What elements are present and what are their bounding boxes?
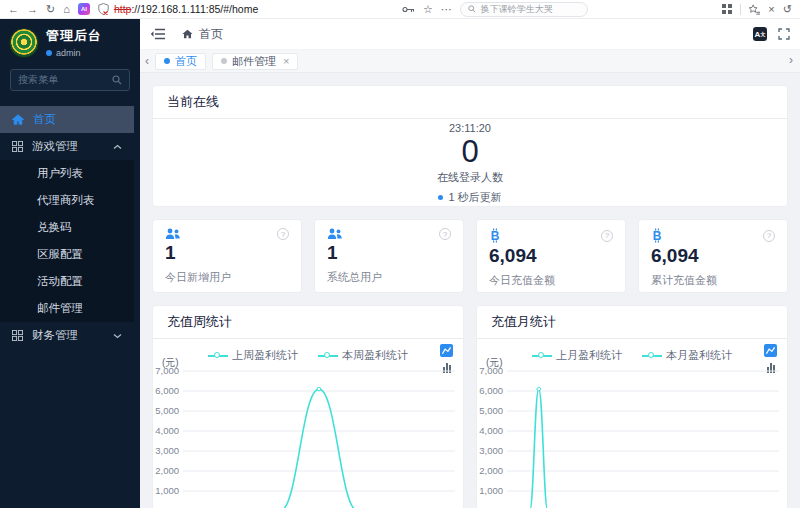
close-tool-icon[interactable]: × — [768, 4, 774, 15]
bookmark-star-icon[interactable]: ☆ — [423, 4, 433, 15]
extension-ai-icon[interactable]: AI — [78, 3, 90, 15]
search-icon — [112, 75, 122, 85]
refresh-icon[interactable]: ↻ — [46, 4, 55, 15]
stat-value: 6,094 — [651, 245, 775, 267]
menu-search-input[interactable]: 搜索菜单 — [10, 69, 130, 91]
weekly-recharge-chart-card: 充值周统计 上周盈利统计 本周盈利统计 — [152, 305, 464, 508]
svg-text:7,000: 7,000 — [155, 365, 179, 376]
chart-legend: 上周盈利统计 本周盈利统计 — [153, 348, 463, 363]
svg-text:4,000: 4,000 — [155, 425, 179, 436]
home-icon — [182, 29, 193, 39]
sidebar-menu: 首页 游戏管理 用户列表 代理商列表 兑换码 区服配置 活动配置 — [0, 106, 134, 349]
refresh-countdown: 1 秒后更新 — [153, 190, 787, 205]
fullscreen-icon[interactable] — [778, 28, 790, 40]
toolbar-divider — [740, 4, 741, 15]
sidebar-item-redeem-code[interactable]: 兑换码 — [0, 214, 134, 241]
online-card: 当前在线 23:11:20 0 在线登录人数 1 秒后更新 — [152, 85, 788, 207]
game-submenu: 用户列表 代理商列表 兑换码 区服配置 活动配置 邮件管理 — [0, 160, 134, 322]
undo-icon[interactable]: ↺ — [783, 4, 792, 15]
app-logo — [9, 28, 39, 58]
chart-title: 充值月统计 — [477, 306, 787, 339]
line-chart-toggle-icon[interactable] — [440, 344, 453, 357]
stat-label: 累计充值金额 — [651, 273, 775, 288]
apps-grid-icon[interactable] — [722, 4, 732, 14]
monthly-line-chart[interactable]: 7,0006,0005,0004,0003,0002,0001,0000 — [477, 365, 787, 508]
grid-icon — [12, 141, 23, 152]
svg-text:1,000: 1,000 — [155, 485, 179, 496]
legend-this-week[interactable]: 本周盈利统计 — [318, 348, 408, 363]
legend-marker — [318, 352, 338, 360]
stat-card-today-recharge: B ? 6,094 今日充值金额 — [476, 219, 626, 293]
sidebar-item-game[interactable]: 游戏管理 — [0, 133, 134, 160]
password-key-icon[interactable] — [402, 6, 415, 13]
sidebar-item-finance[interactable]: 财务管理 — [0, 322, 134, 349]
sidebar-item-activity-config[interactable]: 活动配置 — [0, 268, 134, 295]
app-title: 管理后台 — [46, 27, 102, 45]
username: admin — [56, 48, 81, 58]
browser-chrome: ← → ↻ ⌂ AI http://192.168.1.111:85/#/hom… — [0, 0, 800, 19]
favorites-edit-icon[interactable] — [749, 4, 760, 15]
home-icon — [12, 114, 24, 125]
tab-mail-manage[interactable]: 邮件管理 × — [212, 53, 298, 70]
stat-card-total-recharge: B ? 6,094 累计充值金额 — [638, 219, 788, 293]
svg-text:5,000: 5,000 — [479, 405, 503, 416]
sidebar-item-home[interactable]: 首页 — [0, 106, 134, 133]
browser-search-box[interactable]: 换下课铃学生大哭 — [460, 2, 588, 17]
help-icon[interactable]: ? — [601, 230, 613, 242]
forward-icon[interactable]: → — [27, 4, 38, 15]
stat-value: 1 — [327, 242, 451, 264]
refresh-dot — [438, 195, 443, 200]
help-icon[interactable]: ? — [763, 230, 775, 242]
help-icon[interactable]: ? — [439, 228, 451, 240]
sidebar-item-user-list[interactable]: 用户列表 — [0, 160, 134, 187]
svg-text:5,000: 5,000 — [155, 405, 179, 416]
search-icon — [468, 5, 476, 13]
stat-value: 1 — [165, 242, 289, 264]
tab-bar: ‹ 首页 邮件管理 × › — [140, 50, 800, 73]
svg-text:4,000: 4,000 — [479, 425, 503, 436]
monthly-recharge-chart-card: 充值月统计 上月盈利统计 本月盈利统计 — [476, 305, 788, 508]
legend-last-week[interactable]: 上周盈利统计 — [208, 348, 298, 363]
more-menu-icon[interactable]: ⋯ — [441, 4, 452, 15]
language-icon[interactable]: A文 — [753, 27, 767, 41]
top-header: 首页 A文 — [140, 19, 800, 50]
browser-home-icon[interactable]: ⌂ — [63, 4, 70, 15]
search-suggestion-text: 换下课铃学生大哭 — [481, 3, 553, 16]
stat-card-new-users: ? 1 今日新增用户 — [152, 219, 302, 293]
legend-last-month[interactable]: 上月盈利统计 — [532, 348, 622, 363]
page-content: 当前在线 23:11:20 0 在线登录人数 1 秒后更新 — [140, 73, 800, 508]
svg-text:B: B — [653, 229, 662, 243]
breadcrumb[interactable]: 首页 — [182, 26, 223, 43]
weekly-line-chart[interactable]: 7,0006,0005,0004,0003,0002,0001,0000 — [153, 365, 463, 508]
tabs-scroll-left-icon[interactable]: ‹ — [145, 55, 149, 67]
collapse-sidebar-icon[interactable] — [150, 28, 166, 40]
online-count: 0 — [153, 134, 787, 170]
tab-home[interactable]: 首页 — [155, 53, 206, 70]
users-icon — [165, 228, 181, 240]
sidebar-item-agent-list[interactable]: 代理商列表 — [0, 187, 134, 214]
svg-text:2,000: 2,000 — [155, 465, 179, 476]
tabs-scroll-right-icon[interactable]: › — [789, 54, 793, 66]
stat-label: 系统总用户 — [327, 270, 451, 285]
grid-icon — [12, 330, 23, 341]
svg-text:7,000: 7,000 — [479, 365, 503, 376]
bitcoin-icon: B — [489, 228, 501, 243]
line-chart-toggle-icon[interactable] — [764, 344, 777, 357]
legend-this-month[interactable]: 本月盈利统计 — [642, 348, 732, 363]
url-text: http://192.168.1.111:85/#/home — [114, 3, 258, 15]
back-icon[interactable]: ← — [8, 4, 19, 15]
online-card-title: 当前在线 — [153, 86, 787, 119]
tab-dot — [164, 58, 170, 64]
sidebar-item-server-config[interactable]: 区服配置 — [0, 241, 134, 268]
tab-close-icon[interactable]: × — [283, 55, 289, 67]
help-icon[interactable]: ? — [277, 228, 289, 240]
online-time: 23:11:20 — [153, 122, 787, 134]
address-bar[interactable]: http://192.168.1.111:85/#/home — [98, 3, 394, 15]
menu-search-placeholder: 搜索菜单 — [18, 73, 112, 87]
users-icon — [327, 228, 343, 240]
sidebar-item-mail-manage[interactable]: 邮件管理 — [0, 295, 134, 322]
bitcoin-icon: B — [651, 228, 663, 243]
sidebar-brand: 管理后台 admin — [0, 19, 140, 63]
chevron-up-icon — [113, 144, 122, 150]
svg-text:2,000: 2,000 — [479, 465, 503, 476]
